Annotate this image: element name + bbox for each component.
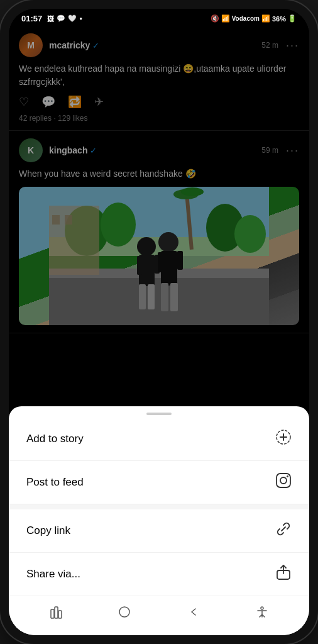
copy-link-icon [275, 521, 292, 541]
post-meta-2: kingbach ✓ 59 m ··· [49, 144, 299, 157]
status-time: 01:57 [21, 14, 42, 23]
post-image [19, 187, 299, 325]
replies-count: 42 replies [19, 114, 52, 123]
status-left: 01:57 🖼 💬 🤍 ● [21, 14, 82, 23]
post-meta-1: mcatricky ✓ 52 m ··· [49, 39, 299, 52]
more-options-2[interactable]: ··· [286, 144, 299, 157]
sheet-handle [146, 413, 172, 415]
post-mcatricky: M mcatricky ✓ 52 m ··· We endelea kuthre… [9, 26, 309, 131]
add-story-icon [275, 429, 292, 449]
phone-device: 01:57 🖼 💬 🤍 ● 🔇 📶 Vodacom 📶 36% 🔋 [0, 0, 318, 644]
svg-rect-26 [177, 251, 183, 270]
svg-rect-17 [139, 284, 146, 309]
mute-icon: 🔇 [211, 14, 219, 23]
svg-rect-18 [148, 284, 155, 309]
post-kingbach: K kingbach ✓ 59 m ··· When you have a we… [9, 131, 309, 333]
share-action[interactable]: ✈ [94, 95, 104, 109]
repost-action[interactable]: 🔁 [68, 95, 82, 109]
nav-bar [9, 596, 309, 635]
photo-status-icon: 🖼 [47, 15, 54, 23]
post-time-2: 59 m [261, 146, 278, 155]
svg-rect-23 [161, 283, 168, 311]
nav-accessibility-icon[interactable] [255, 605, 269, 623]
heart-action[interactable]: ♡ [19, 95, 29, 109]
more-options-1[interactable]: ··· [286, 39, 299, 52]
svg-point-38 [261, 607, 263, 609]
svg-point-31 [280, 477, 287, 484]
svg-point-8 [181, 187, 204, 196]
svg-rect-35 [55, 607, 58, 618]
heart-status-icon: 🤍 [68, 14, 77, 23]
copy-link-label: Copy link [26, 525, 70, 537]
actions-row-1: ♡ 💬 🔁 ✈ [19, 95, 299, 109]
svg-rect-13 [52, 215, 60, 225]
post-feed-icon [275, 472, 292, 492]
likes-count: 129 likes [58, 114, 87, 123]
verified-badge-1: ✓ [92, 41, 99, 50]
share-via-item[interactable]: Share via... [9, 553, 309, 596]
svg-point-5 [234, 215, 266, 253]
wifi-icon: 📶 [221, 14, 230, 23]
status-right: 🔇 📶 Vodacom 📶 36% 🔋 [211, 14, 297, 23]
nav-back-icon[interactable] [187, 605, 200, 623]
notch [121, 9, 197, 26]
svg-rect-36 [58, 611, 62, 618]
comment-action[interactable]: 💬 [41, 95, 55, 109]
phone-screen: 01:57 🖼 💬 🤍 ● 🔇 📶 Vodacom 📶 36% 🔋 [9, 9, 309, 635]
username-mcatricky: mcatricky [49, 40, 90, 50]
svg-point-32 [287, 475, 288, 477]
svg-rect-25 [158, 252, 163, 272]
add-story-label: Add to story [26, 433, 84, 445]
svg-rect-10 [49, 278, 269, 325]
post-feed-item[interactable]: Post to feed [9, 461, 309, 504]
bottom-sheet: Add to story Post to feed [9, 406, 309, 635]
add-story-item[interactable]: Add to story [9, 418, 309, 461]
message-status-icon: 💬 [57, 14, 65, 23]
svg-point-21 [158, 232, 178, 252]
nav-menu-icon[interactable] [49, 605, 63, 623]
username-kingbach: kingbach [49, 145, 87, 155]
svg-rect-19 [137, 256, 142, 275]
nav-home-icon[interactable] [118, 605, 131, 623]
post-text-1: We endelea kuthread hapa na mausingizi 😄… [19, 62, 299, 89]
content-area: M mcatricky ✓ 52 m ··· We endelea kuthre… [9, 26, 309, 635]
verified-badge-2: ✓ [90, 146, 97, 155]
signal-text: Vodacom [232, 15, 260, 22]
share-via-icon [275, 564, 292, 584]
post-time-1: 52 m [261, 41, 278, 50]
signal-bars: 📶 [261, 14, 270, 23]
avatar-mcatricky: M [19, 33, 43, 57]
post-text-2: When you have a weird secret handshake 🤣 [19, 167, 299, 180]
svg-rect-30 [277, 474, 290, 487]
sheet-divider [9, 504, 309, 509]
svg-rect-37 [119, 607, 129, 617]
post-feed-label: Post to feed [26, 476, 84, 489]
battery-text: 36% [272, 15, 286, 23]
copy-link-item[interactable]: Copy link [9, 509, 309, 553]
post-image-svg [19, 187, 299, 325]
battery-icon: 🔋 [288, 14, 297, 23]
svg-rect-24 [170, 283, 178, 311]
replies-likes-1: 42 replies · 129 likes [19, 114, 299, 123]
svg-rect-34 [51, 609, 54, 618]
svg-point-15 [137, 237, 156, 256]
share-via-label: Share via... [26, 568, 80, 580]
avatar-kingbach: K [19, 138, 43, 162]
dot-status: ● [79, 16, 82, 21]
svg-point-3 [101, 203, 136, 247]
svg-rect-14 [65, 215, 72, 225]
